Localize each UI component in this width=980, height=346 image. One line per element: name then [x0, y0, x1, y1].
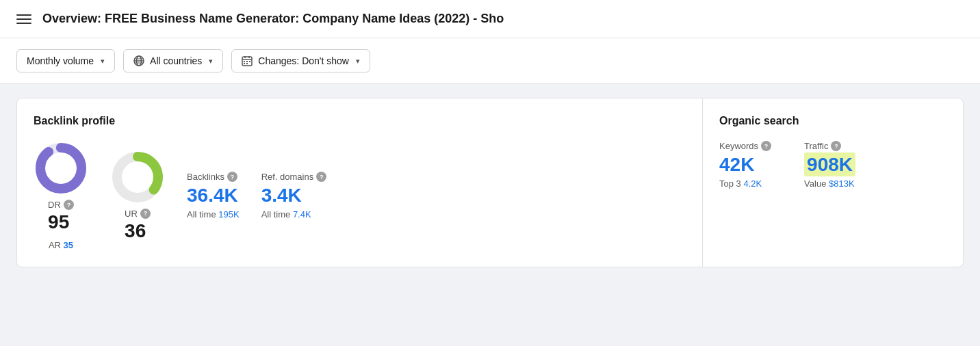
page-title: Overview: FREE Business Name Generator: …	[42, 12, 504, 26]
main-content: Backlink profile DR ? 95 AR	[0, 84, 980, 281]
dr-metric: DR ? 95 AR 35	[34, 141, 88, 250]
keywords-top3-value: 4.2K	[743, 178, 762, 189]
ar-row: AR 35	[49, 240, 73, 250]
traffic-value: 908K	[804, 152, 855, 176]
backlink-profile-title: Backlink profile	[34, 115, 686, 127]
changes-filter[interactable]: Changes: Don't show ▾	[231, 49, 370, 72]
changes-label: Changes: Don't show	[258, 55, 349, 66]
header: Overview: FREE Business Name Generator: …	[0, 0, 980, 38]
ref-domains-metric: Ref. domains ? 3.4K All time 7.4K	[261, 172, 327, 219]
dr-donut-chart	[34, 141, 88, 196]
backlinks-alltime: All time 195K	[187, 209, 240, 219]
dr-help-icon[interactable]: ?	[64, 200, 74, 210]
globe-icon	[133, 55, 144, 66]
ur-value: 36	[125, 220, 151, 242]
svg-rect-11	[249, 61, 250, 62]
countries-filter[interactable]: All countries ▾	[123, 49, 223, 72]
traffic-label: Traffic ?	[804, 141, 855, 151]
ur-metric: UR ? 36	[110, 150, 165, 242]
keywords-value: 42K	[719, 154, 771, 176]
traffic-metric: Traffic ? 908K Value $813K	[804, 141, 855, 189]
ur-donut-chart	[110, 150, 165, 204]
backlink-metrics-row: DR ? 95 AR 35 UR	[34, 141, 686, 250]
countries-label: All countries	[150, 55, 202, 66]
ref-domains-label: Ref. domains ?	[261, 172, 327, 182]
keywords-top3: Top 3 4.2K	[719, 178, 771, 189]
hamburger-menu[interactable]	[16, 14, 31, 24]
svg-rect-13	[246, 63, 248, 64]
traffic-value-highlighted: 908K	[804, 154, 855, 176]
organic-search-section: Organic search Keywords ? 42K Top 3 4.2K…	[703, 98, 963, 267]
ar-value: 35	[64, 240, 73, 250]
backlinks-alltime-value: 195K	[218, 209, 239, 219]
keywords-help-icon[interactable]: ?	[761, 141, 771, 151]
traffic-help-icon[interactable]: ?	[831, 141, 841, 151]
calendar-icon	[242, 55, 253, 66]
metrics-card: Backlink profile DR ? 95 AR	[16, 98, 964, 267]
traffic-dollar-value: $813K	[829, 178, 855, 189]
backlinks-help-icon[interactable]: ?	[227, 172, 237, 182]
organic-search-title: Organic search	[719, 115, 946, 127]
keywords-label: Keywords ?	[719, 141, 771, 151]
monthly-volume-filter[interactable]: Monthly volume ▾	[16, 49, 115, 72]
backlinks-metric: Backlinks ? 36.4K All time 195K	[187, 172, 240, 219]
filter-bar: Monthly volume ▾ All countries ▾ Changes…	[0, 38, 980, 84]
monthly-volume-label: Monthly volume	[27, 55, 94, 66]
svg-point-15	[40, 148, 81, 189]
ref-domains-alltime: All time 7.4K	[261, 209, 327, 219]
chevron-down-icon: ▾	[101, 57, 105, 66]
svg-rect-12	[244, 63, 245, 64]
ref-domains-value: 3.4K	[261, 185, 327, 207]
ur-help-icon[interactable]: ?	[140, 209, 151, 219]
backlink-profile-section: Backlink profile DR ? 95 AR	[17, 98, 703, 267]
keywords-metric: Keywords ? 42K Top 3 4.2K	[719, 141, 771, 189]
organic-metrics-row: Keywords ? 42K Top 3 4.2K Traffic ? 908K	[719, 141, 946, 189]
ref-domains-help-icon[interactable]: ?	[316, 172, 326, 182]
dr-label: DR ?	[48, 200, 74, 210]
svg-rect-9	[244, 61, 245, 62]
traffic-value-row: Value $813K	[804, 178, 855, 189]
backlinks-value: 36.4K	[187, 185, 240, 207]
svg-rect-10	[246, 61, 248, 62]
dr-value: 95	[48, 211, 74, 233]
chevron-down-icon: ▾	[209, 57, 213, 66]
ur-label: UR ?	[125, 209, 151, 219]
chevron-down-icon: ▾	[356, 57, 360, 66]
backlinks-label: Backlinks ?	[187, 172, 240, 182]
ref-domains-alltime-value: 7.4K	[293, 209, 311, 219]
